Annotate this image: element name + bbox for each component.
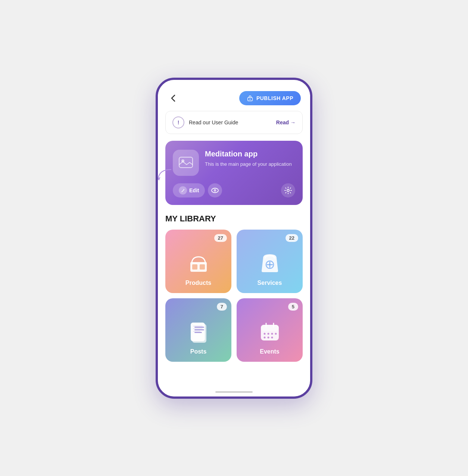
- svg-rect-21: [194, 327, 204, 328]
- svg-point-7: [215, 190, 216, 191]
- library-grid: 27 Products 22: [165, 230, 303, 362]
- preview-button[interactable]: [208, 183, 222, 197]
- svg-rect-25: [261, 325, 279, 331]
- image-placeholder-icon: [178, 156, 193, 169]
- cursor-decoration: [158, 168, 177, 183]
- products-label: Products: [185, 280, 211, 286]
- events-label: Events: [260, 348, 279, 355]
- home-indicator: [215, 391, 253, 393]
- posts-icon: [188, 320, 209, 343]
- app-description: This is the main page of your applicatio…: [205, 161, 292, 168]
- svg-rect-23: [194, 332, 202, 333]
- app-name: Meditation app: [205, 150, 292, 158]
- read-link[interactable]: Read →: [276, 119, 296, 125]
- svg-point-33: [267, 336, 269, 338]
- settings-icon: [284, 186, 292, 195]
- library-title: MY LIBRARY: [165, 214, 303, 224]
- svg-point-31: [275, 333, 277, 335]
- settings-button[interactable]: [281, 183, 295, 197]
- svg-point-32: [263, 336, 265, 338]
- user-guide-banner[interactable]: ! Read our User Guide Read →: [165, 111, 303, 134]
- products-icon: [187, 252, 210, 274]
- services-icon: [259, 251, 281, 275]
- posts-badge: 7: [217, 303, 227, 311]
- svg-rect-10: [192, 264, 197, 270]
- library-card-posts[interactable]: 7 Posts: [165, 298, 231, 362]
- info-icon: !: [172, 116, 184, 128]
- header: PUBLISH APP: [165, 87, 303, 111]
- app-icon: [173, 150, 199, 176]
- library-card-events[interactable]: 5 Events: [237, 298, 303, 362]
- svg-rect-3: [179, 157, 193, 168]
- svg-point-30: [271, 333, 273, 335]
- events-icon: [259, 320, 281, 343]
- svg-point-34: [271, 336, 273, 338]
- phone-screen: PUBLISH APP ! Read our User Guide Read →: [158, 80, 310, 396]
- svg-point-1: [250, 99, 251, 100]
- svg-point-28: [263, 333, 265, 335]
- svg-rect-11: [200, 264, 205, 270]
- edit-icon: [179, 186, 187, 195]
- edit-button[interactable]: Edit: [173, 183, 205, 197]
- eye-icon: [211, 188, 219, 193]
- phone-frame: PUBLISH APP ! Read our User Guide Read →: [156, 78, 312, 399]
- app-card: Meditation app This is the main page of …: [165, 141, 303, 205]
- publish-icon: [247, 95, 253, 102]
- library-card-products[interactable]: 27 Products: [165, 230, 231, 293]
- svg-point-29: [267, 333, 269, 335]
- services-badge: 22: [286, 234, 298, 242]
- user-guide-text: Read our User Guide: [189, 119, 238, 125]
- posts-label: Posts: [190, 348, 207, 355]
- products-badge: 27: [214, 234, 227, 242]
- svg-point-8: [287, 189, 289, 192]
- publish-app-button[interactable]: PUBLISH APP: [239, 91, 301, 105]
- back-button[interactable]: [167, 92, 179, 104]
- svg-rect-22: [194, 329, 204, 330]
- svg-rect-12: [190, 262, 207, 264]
- events-badge: 5: [288, 303, 298, 311]
- library-card-services[interactable]: 22 Services: [237, 230, 303, 293]
- services-label: Services: [258, 280, 282, 286]
